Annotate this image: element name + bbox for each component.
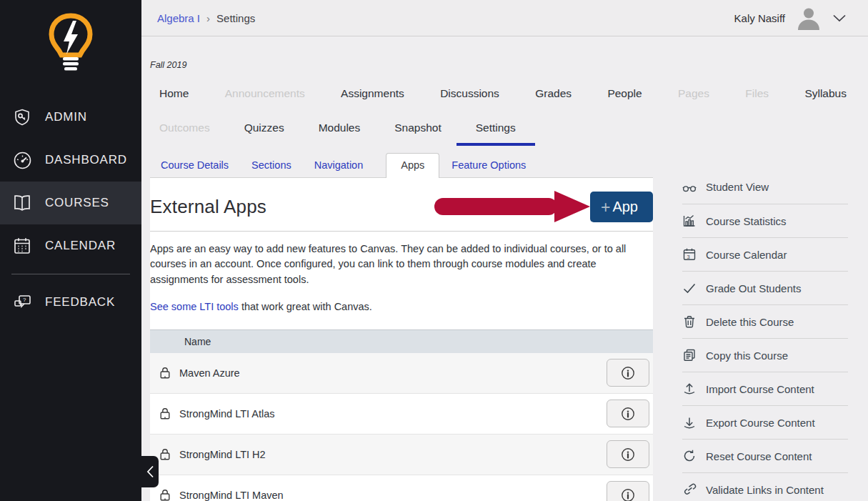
action-export-course-content[interactable]: Export Course Content xyxy=(682,405,848,439)
nav-item-assignments[interactable]: Assignments xyxy=(341,87,404,100)
tab-navigation[interactable]: Navigation xyxy=(314,159,364,178)
table-row: Maven Azure xyxy=(150,353,653,394)
action-label: Grade Out Students xyxy=(706,282,801,294)
app-window: ADMIN DASHBOARD COURSES xyxy=(0,0,868,501)
chat-question-icon: ? xyxy=(12,292,32,312)
action-course-statistics[interactable]: Course Statistics xyxy=(682,204,848,237)
app-name: StrongMind LTI H2 xyxy=(179,449,266,460)
app-info-button[interactable] xyxy=(607,359,649,387)
app-info-button[interactable] xyxy=(607,440,649,468)
action-label: Delete this Course xyxy=(706,316,794,328)
lock-icon xyxy=(159,407,171,420)
apps-description: Apps are an easy way to add new features… xyxy=(150,242,648,287)
sidebar-collapse-button[interactable] xyxy=(141,456,159,487)
action-reset-course-content[interactable]: Reset Course Content xyxy=(682,439,848,472)
lightbulb-bolt-logo-icon xyxy=(45,11,96,71)
nav-item-files[interactable]: Files xyxy=(745,87,769,100)
breadcrumb-course-link[interactable]: Algebra I xyxy=(157,12,200,24)
tab-sections[interactable]: Sections xyxy=(251,159,291,178)
nav-item-snapshot[interactable]: Snapshot xyxy=(394,121,442,134)
nav-item-people[interactable]: People xyxy=(607,87,642,100)
sidebar-item-label: ADMIN xyxy=(45,110,87,124)
course-content: Fall 2019 Home Announcements Assignments… xyxy=(141,36,868,501)
action-label: Reset Course Content xyxy=(706,450,812,462)
action-import-course-content[interactable]: Import Course Content xyxy=(682,372,848,405)
reset-icon xyxy=(682,449,697,463)
name-column-header: Name xyxy=(184,336,211,347)
left-sidebar: ADMIN DASHBOARD COURSES xyxy=(0,0,141,501)
sidebar-item-label: DASHBOARD xyxy=(45,153,127,167)
avatar[interactable] xyxy=(795,4,822,31)
action-label: Student View xyxy=(706,181,769,193)
nav-item-syllabus[interactable]: Syllabus xyxy=(804,87,847,100)
page-title: External Apps xyxy=(150,196,266,218)
course-actions-rail: Student View Course Stat xyxy=(682,177,848,501)
action-delete-this-course[interactable]: Delete this Course xyxy=(682,304,848,338)
tab-course-details[interactable]: Course Details xyxy=(161,159,229,178)
sidebar-item-label: CALENDAR xyxy=(45,239,116,253)
tab-feature-options[interactable]: Feature Options xyxy=(452,159,526,178)
action-validate-links-in-content[interactable]: Validate Links in Content xyxy=(682,472,848,501)
nav-item-discussions[interactable]: Discussions xyxy=(440,87,499,100)
glasses-icon xyxy=(682,180,697,194)
sidebar-item-courses[interactable]: COURSES xyxy=(0,182,141,224)
action-label: Course Statistics xyxy=(706,215,787,227)
brand-logo[interactable] xyxy=(0,0,141,96)
external-apps-heading-row: External Apps + App xyxy=(150,189,653,224)
table-header-row: Name xyxy=(150,329,653,353)
action-course-calendar[interactable]: 3 Course Calendar xyxy=(682,237,848,271)
action-label: Validate Links in Content xyxy=(706,484,824,496)
open-book-icon xyxy=(12,193,32,213)
chevron-down-icon[interactable] xyxy=(832,14,847,22)
chevron-left-icon xyxy=(146,465,154,478)
external-apps-table: Name Maven Azure xyxy=(150,329,653,501)
sidebar-item-feedback[interactable]: ? FEEDBACK xyxy=(0,281,141,324)
nav-item-home[interactable]: Home xyxy=(159,87,189,100)
add-app-button[interactable]: + App xyxy=(590,192,653,222)
app-name: StrongMind LTI Maven xyxy=(179,490,284,501)
nav-item-grades[interactable]: Grades xyxy=(535,87,572,100)
nav-item-outcomes[interactable]: Outcomes xyxy=(159,121,210,134)
sidebar-item-calendar[interactable]: CALENDAR xyxy=(0,224,141,267)
nav-item-modules[interactable]: Modules xyxy=(319,121,361,134)
svg-text:?: ? xyxy=(22,296,26,302)
app-info-button[interactable] xyxy=(607,481,649,501)
calendar-icon xyxy=(12,236,32,256)
breadcrumb-current: Settings xyxy=(216,12,255,24)
user-menu[interactable]: Kaly Nasiff xyxy=(734,4,847,31)
nav-item-quizzes[interactable]: Quizzes xyxy=(244,121,284,134)
nav-item-pages[interactable]: Pages xyxy=(678,87,709,100)
course-nav-row1: Home Announcements Assignments Discussio… xyxy=(159,87,847,100)
calendar-3-icon: 3 xyxy=(682,247,697,262)
app-name: StrongMind LTI Atlas xyxy=(179,408,275,420)
lock-icon xyxy=(159,489,171,501)
breadcrumb: Algebra I › Settings xyxy=(157,12,255,24)
action-grade-out-students[interactable]: Grade Out Students xyxy=(682,271,848,304)
settings-tabs: Course Details Sections Navigation Apps … xyxy=(161,153,868,178)
svg-text:3: 3 xyxy=(687,254,689,260)
heading-divider xyxy=(150,231,653,232)
link-icon xyxy=(682,482,697,497)
plus-icon: + xyxy=(601,198,610,217)
checkmark-icon xyxy=(682,281,697,295)
nav-item-announcements[interactable]: Announcements xyxy=(225,87,305,100)
add-app-button-label: App xyxy=(612,199,638,215)
app-info-button[interactable] xyxy=(607,400,649,427)
user-name: Kaly Nasiff xyxy=(734,12,785,24)
table-row: StrongMind LTI Atlas xyxy=(150,394,653,435)
nav-item-settings[interactable]: Settings xyxy=(476,121,516,134)
action-student-view[interactable]: Student View xyxy=(682,177,848,204)
action-label: Export Course Content xyxy=(706,417,815,429)
sidebar-item-dashboard[interactable]: DASHBOARD xyxy=(0,139,141,182)
action-label: Copy this Course xyxy=(706,349,788,362)
sidebar-item-admin[interactable]: ADMIN xyxy=(0,96,141,139)
sidebar-item-label: COURSES xyxy=(45,196,109,210)
lti-tools-link[interactable]: See some LTI tools xyxy=(150,301,239,312)
upload-icon xyxy=(682,382,697,396)
action-label: Course Calendar xyxy=(706,249,787,261)
tab-apps[interactable]: Apps xyxy=(386,153,439,178)
lti-tools-line: See some LTI tools that work great with … xyxy=(150,301,653,312)
lock-icon xyxy=(159,448,171,460)
action-copy-this-course[interactable]: Copy this Course xyxy=(682,338,848,372)
gauge-icon xyxy=(12,150,32,170)
